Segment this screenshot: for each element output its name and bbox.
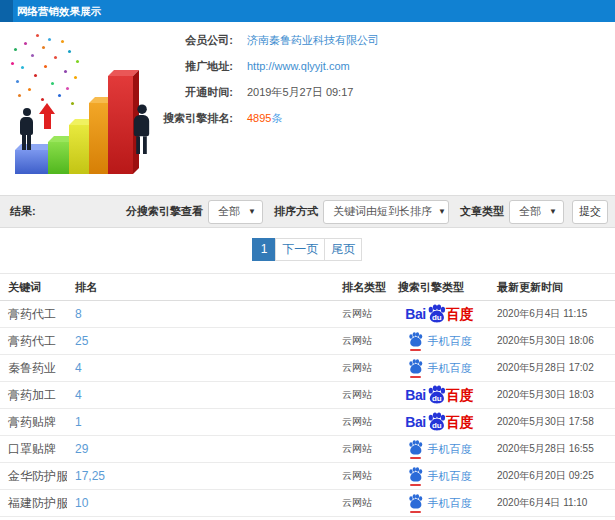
baidu-logo-cn: 百度 [446, 415, 474, 429]
engine-rank-value: 4895条 [247, 111, 282, 126]
baidu-mobile-logo: 手机百度 [408, 440, 472, 459]
engine-filter-select[interactable]: 全部▼ [208, 200, 263, 224]
table-row: 膏药代工 25 云网站 手 [0, 328, 615, 355]
col-keyword: 关键词 [0, 274, 67, 301]
search-engine-cell: 手机百度 [390, 355, 489, 382]
baidu-logo-latin: Bai [405, 388, 425, 402]
col-engine-type: 搜索引擎类型 [390, 274, 489, 301]
rank-type-cell: 云网站 [334, 463, 390, 490]
search-engine-cell: 手机百度 [390, 490, 489, 517]
engine-rank-label: 搜索引擎排名: [0, 111, 233, 126]
keyword-cell: 秦鲁药业 [0, 355, 67, 382]
table-row: 膏药加工 4 云网站 Bai du 百度 2020年5月30日 18:03 [0, 382, 615, 409]
submit-button[interactable]: 提交 [572, 200, 608, 224]
member-company-link[interactable]: 济南秦鲁药业科技有限公司 [247, 33, 379, 48]
rank-type-cell: 云网站 [334, 436, 390, 463]
mobile-baidu-icon [408, 359, 423, 378]
filter-bar: 结果: 分搜索引擎查看 全部▼ 排序方式 关键词由短到长排序▼ 文章类型 全部▼… [0, 195, 615, 228]
baidu-logo-cn: 百度 [446, 388, 474, 402]
last-page-button[interactable]: 尾页 [324, 238, 362, 261]
promo-url-link[interactable]: http://www.qlyyjt.com [247, 60, 350, 72]
search-engine-cell: 手机百度 [390, 463, 489, 490]
search-engine-cell: 手机百度 [390, 436, 489, 463]
rank-cell[interactable]: 1 [67, 409, 334, 436]
caret-down-icon: ▼ [549, 207, 557, 216]
engine-filter-label: 分搜索引擎查看 [126, 204, 203, 219]
baidu-paw-icon: du [427, 304, 446, 323]
member-company-row: 会员公司: 济南秦鲁药业科技有限公司 [0, 27, 615, 53]
update-time-cell: 2020年5月28日 17:02 [489, 355, 615, 382]
page: 网络营销效果展示 会员公司: 济南秦鲁药业科技有限公司 推广地址: http:/… [0, 0, 615, 520]
article-type-select[interactable]: 全部▼ [509, 200, 564, 224]
table-row: 金华防护服 17,25 云网站 [0, 463, 615, 490]
titlebar-accent [0, 0, 13, 22]
open-time-row: 开通时间: 2019年5月27日 09:17 [0, 79, 615, 105]
mobile-baidu-icon [408, 494, 423, 513]
svg-text:du: du [432, 420, 442, 429]
rank-cell[interactable]: 4 [67, 382, 334, 409]
update-time-cell: 2020年5月28日 16:55 [489, 436, 615, 463]
mobile-baidu-icon [408, 332, 423, 351]
open-time-value: 2019年5月27日 09:17 [247, 85, 353, 100]
article-type-label: 文章类型 [460, 204, 504, 219]
col-update-time: 最新更新时间 [489, 274, 615, 301]
rank-type-cell: 云网站 [334, 301, 390, 328]
engine-rank-row: 搜索引擎排名: 4895条 [0, 105, 615, 131]
keyword-cell [0, 517, 67, 520]
baidu-mobile-logo: 手机百度 [408, 494, 472, 513]
search-engine-cell: Bai du 百度 [390, 382, 489, 409]
sort-select[interactable]: 关键词由短到长排序▼ [323, 200, 449, 224]
rank-cell[interactable]: 4 [67, 355, 334, 382]
keyword-cell: 膏药代工 [0, 301, 67, 328]
baidu-paw-icon: du [427, 385, 446, 404]
table-header-row: 关键词 排名 排名类型 搜索引擎类型 最新更新时间 [0, 274, 615, 301]
promo-url-row: 推广地址: http://www.qlyyjt.com [0, 53, 615, 79]
table-row: 膏药代工 8 云网站 Bai du 百度 2020年6月4日 11:15 [0, 301, 615, 328]
table-row: 福建防护服 10 云网站 [0, 490, 615, 517]
rank-cell[interactable] [67, 517, 334, 520]
page-1-button[interactable]: 1 [252, 238, 277, 261]
keyword-cell: 膏药贴牌 [0, 409, 67, 436]
mobile-baidu-label: 手机百度 [428, 469, 472, 484]
open-time-label: 开通时间: [0, 85, 233, 100]
table-row: 口罩贴牌 29 云网站 手 [0, 436, 615, 463]
svg-text:du: du [432, 393, 442, 402]
update-time-cell: 2020年5月30日 18:03 [489, 382, 615, 409]
update-time-cell: 2020年6月4日 11:10 [489, 490, 615, 517]
table-body: 膏药代工 8 云网站 Bai du 百度 2020年6月4日 11:15 [0, 301, 615, 520]
baidu-mobile-logo: 手机百度 [408, 359, 472, 378]
filter-controls: 分搜索引擎查看 全部▼ 排序方式 关键词由短到长排序▼ 文章类型 全部▼ 提交 [115, 200, 608, 224]
rank-cell[interactable]: 25 [67, 328, 334, 355]
update-time-cell: 2020年5月30日 17:58 [489, 409, 615, 436]
baidu-pc-logo: Bai du 百度 [405, 413, 473, 432]
promo-url-label: 推广地址: [0, 59, 233, 74]
chart-bar-blue [15, 150, 49, 174]
member-company-label: 会员公司: [0, 33, 233, 48]
search-engine-cell: Bai du 百度 [390, 409, 489, 436]
update-time-cell: 2020年6月4日 11:15 [489, 301, 615, 328]
rank-type-cell: 云网站 [334, 382, 390, 409]
rank-cell[interactable]: 29 [67, 436, 334, 463]
rank-cell[interactable]: 8 [67, 301, 334, 328]
update-time-cell: 2020年6月20日 09:25 [489, 463, 615, 490]
col-rank: 排名 [67, 274, 334, 301]
rank-cell[interactable]: 17,25 [67, 463, 334, 490]
baidu-pc-logo: Bai du 百度 [405, 305, 473, 324]
keyword-cell: 膏药加工 [0, 382, 67, 409]
update-time-cell [489, 517, 615, 520]
search-engine-cell: 手机百度 [390, 328, 489, 355]
mobile-baidu-label: 手机百度 [428, 361, 472, 376]
search-engine-cell: Bai du 百度 [390, 301, 489, 328]
col-rank-type: 排名类型 [334, 274, 390, 301]
keyword-cell: 膏药代工 [0, 328, 67, 355]
baidu-mobile-logo: 手机百度 [408, 332, 472, 351]
mobile-baidu-icon [408, 467, 423, 486]
table-row: Bai du 百度 [0, 517, 615, 520]
svg-text:du: du [432, 312, 442, 321]
mobile-baidu-label: 手机百度 [428, 442, 472, 457]
next-page-button[interactable]: 下一页 [275, 238, 325, 261]
keyword-cell: 口罩贴牌 [0, 436, 67, 463]
rank-cell[interactable]: 10 [67, 490, 334, 517]
mobile-baidu-label: 手机百度 [428, 496, 472, 511]
keyword-cell: 金华防护服 [0, 463, 67, 490]
